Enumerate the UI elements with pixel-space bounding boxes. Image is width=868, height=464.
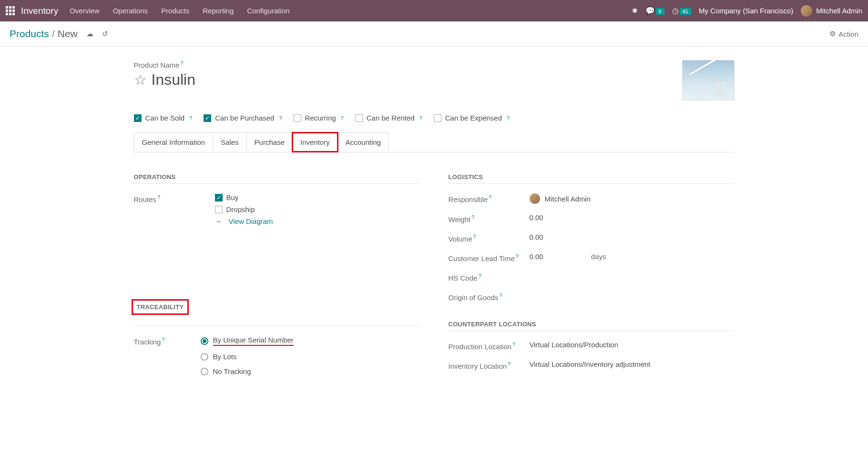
- activity-button[interactable]: ◷41: [672, 6, 691, 15]
- section-counterpart: COUNTERPART LOCATIONS: [449, 321, 735, 331]
- inv-loc-input[interactable]: Virtual Locations/Inventory adjustment: [530, 360, 735, 368]
- help-icon[interactable]: ?: [157, 194, 160, 200]
- undo-icon[interactable]: ↺: [102, 30, 108, 38]
- lead-unit: days: [591, 252, 606, 261]
- breadcrumb-current: New: [58, 28, 78, 40]
- clock-icon: ◷: [672, 7, 679, 15]
- tracking-serial: By Unique Serial Number: [213, 336, 294, 346]
- tab-purchase[interactable]: Purchase: [246, 132, 293, 152]
- route-dropship: Dropship: [226, 205, 255, 213]
- responsible-value: Mitchell Admin: [545, 195, 591, 203]
- help-icon[interactable]: ?: [189, 115, 192, 121]
- tab-inventory[interactable]: Inventory: [292, 132, 338, 152]
- chat-icon: 💬: [645, 7, 655, 15]
- radio-none[interactable]: [201, 368, 208, 375]
- help-icon[interactable]: ?: [512, 342, 515, 347]
- nav-configuration[interactable]: Configuration: [247, 7, 289, 15]
- nav-overview[interactable]: Overview: [70, 7, 100, 15]
- section-operations: OPERATIONS: [134, 173, 420, 184]
- responsible-label: Responsible: [449, 195, 488, 203]
- prod-loc-label: Production Location: [449, 343, 512, 351]
- help-icon[interactable]: ?: [473, 234, 476, 240]
- help-icon[interactable]: ?: [180, 60, 183, 66]
- route-buy: Buy: [226, 193, 239, 202]
- routes-label: Routes: [134, 195, 157, 203]
- app-title[interactable]: Inventory: [21, 6, 58, 16]
- help-icon[interactable]: ?: [419, 115, 422, 121]
- tracking-lots: By Lots: [213, 353, 237, 361]
- section-traceability: TRACEABILITY: [134, 302, 187, 313]
- breadcrumb-root[interactable]: Products: [10, 28, 49, 40]
- radio-serial[interactable]: [201, 337, 208, 345]
- label-sold: Can be Sold: [145, 114, 185, 122]
- help-icon[interactable]: ?: [507, 115, 510, 121]
- product-name-input[interactable]: Insulin: [152, 71, 196, 89]
- section-logistics: LOGISTICS: [449, 173, 735, 184]
- checkbox-buy[interactable]: ✓: [215, 194, 223, 202]
- checkbox-sold[interactable]: ✓: [134, 114, 142, 122]
- checkbox-dropship[interactable]: [215, 206, 223, 213]
- avatar: [801, 5, 812, 17]
- help-icon[interactable]: ?: [516, 253, 519, 259]
- left-panel: OPERATIONS Routes? ✓Buy Dropship View Di…: [134, 173, 420, 385]
- favorite-star-icon[interactable]: ☆: [134, 71, 147, 88]
- label-purchased: Can be Purchased: [215, 114, 274, 122]
- tab-sales[interactable]: Sales: [213, 132, 247, 152]
- topbar: Inventory Overview Operations Products R…: [0, 0, 868, 21]
- help-icon[interactable]: ?: [508, 361, 511, 367]
- action-label: Action: [838, 30, 858, 38]
- inv-loc-label: Inventory Location: [449, 362, 507, 370]
- user-menu[interactable]: Mitchell Admin: [801, 5, 862, 17]
- apps-grid-icon[interactable]: [6, 6, 15, 16]
- nav-menu: Overview Operations Products Reporting C…: [70, 7, 631, 15]
- nav-operations[interactable]: Operations: [113, 7, 148, 15]
- view-diagram-link[interactable]: View Diagram: [215, 217, 420, 225]
- chat-button[interactable]: 💬6: [645, 6, 664, 15]
- origin-label: Origin of Goods: [449, 293, 499, 302]
- product-flags: ✓Can be Sold? ✓Can be Purchased? Recurri…: [134, 114, 735, 122]
- help-icon[interactable]: ?: [489, 194, 491, 200]
- content: Product Name? ☆ Insulin ✓Can be Sold? ✓C…: [86, 47, 782, 404]
- checkbox-expensed[interactable]: [434, 114, 441, 122]
- nav-reporting[interactable]: Reporting: [203, 7, 234, 15]
- checkbox-rented[interactable]: [355, 114, 363, 122]
- prod-loc-input[interactable]: Virtual Locations/Production: [530, 341, 735, 349]
- bug-icon[interactable]: ✸: [632, 6, 638, 15]
- action-button[interactable]: ⚙ Action: [829, 30, 858, 38]
- radio-lots[interactable]: [201, 353, 208, 361]
- nav-products[interactable]: Products: [161, 7, 189, 15]
- checkbox-recurring[interactable]: [294, 114, 301, 122]
- volume-label: Volume: [449, 235, 472, 243]
- lead-input[interactable]: 0.00: [530, 252, 543, 261]
- help-icon[interactable]: ?: [471, 214, 474, 220]
- breadcrumb-bar: Products / New ☁ ↺ ⚙ Action: [0, 21, 868, 47]
- volume-input[interactable]: 0.00: [530, 233, 735, 241]
- breadcrumb-sep: /: [52, 28, 55, 40]
- avatar: [530, 193, 540, 204]
- help-icon[interactable]: ?: [279, 115, 282, 121]
- cloud-upload-icon[interactable]: ☁: [86, 30, 93, 38]
- weight-label: Weight: [449, 215, 470, 223]
- help-icon[interactable]: ?: [341, 115, 344, 121]
- product-image[interactable]: [682, 60, 735, 101]
- help-icon[interactable]: ?: [478, 273, 481, 279]
- chat-badge: 6: [656, 8, 664, 15]
- tabs: General Information Sales Purchase Inven…: [134, 132, 735, 152]
- hs-label: HS Code: [449, 274, 478, 282]
- tracking-label: Tracking: [134, 338, 161, 346]
- tab-accounting[interactable]: Accounting: [337, 132, 389, 152]
- company-selector[interactable]: My Company (San Francisco): [699, 7, 793, 15]
- product-name-label: Product Name: [134, 61, 180, 69]
- help-icon[interactable]: ?: [500, 293, 502, 298]
- responsible-field[interactable]: Mitchell Admin: [530, 193, 735, 204]
- checkbox-purchased[interactable]: ✓: [204, 114, 211, 122]
- tracking-none: No Tracking: [213, 367, 251, 375]
- weight-input[interactable]: 0.00: [530, 213, 735, 222]
- help-icon[interactable]: ?: [162, 337, 164, 343]
- label-expensed: Can be Expensed: [445, 114, 502, 122]
- user-name: Mitchell Admin: [816, 7, 862, 15]
- product-header: Product Name? ☆ Insulin: [134, 60, 735, 101]
- label-rented: Can be Rented: [367, 114, 415, 122]
- tab-general[interactable]: General Information: [134, 132, 214, 152]
- right-panel: LOGISTICS Responsible? Mitchell Admin We…: [449, 173, 735, 385]
